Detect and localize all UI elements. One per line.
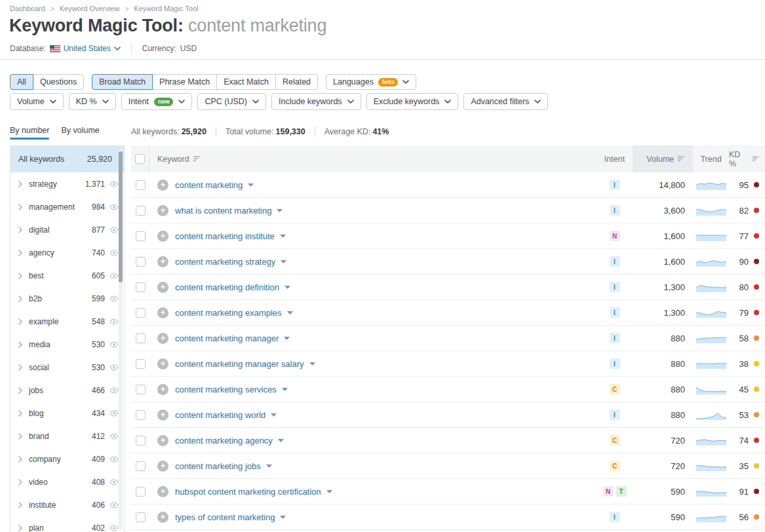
sidebar-group-example[interactable]: example548 — [10, 310, 124, 333]
row-checkbox[interactable] — [136, 333, 146, 343]
match-tab-broad-match[interactable]: Broad Match — [92, 74, 153, 90]
sidebar-group-media[interactable]: media530 — [10, 333, 124, 356]
view-tab-by-number[interactable]: By number — [10, 126, 49, 140]
keyword-dropdown-caret-icon[interactable] — [284, 286, 290, 289]
breadcrumb-item-dashboard[interactable]: Dashboard — [10, 5, 45, 12]
add-keyword-plus-icon[interactable]: + — [157, 180, 168, 191]
filter-volume[interactable]: Volume — [10, 93, 64, 110]
keyword-link[interactable]: content marketing — [175, 180, 243, 190]
volume-column-header[interactable]: Volume — [633, 145, 693, 172]
sidebar-group-company[interactable]: company409 — [10, 447, 124, 470]
keyword-link[interactable]: content marketing manager salary — [175, 359, 304, 369]
add-keyword-plus-icon[interactable]: + — [157, 409, 168, 421]
row-checkbox[interactable] — [136, 308, 146, 318]
eye-icon[interactable] — [109, 250, 119, 256]
kd-column-header[interactable]: KD % — [729, 145, 765, 172]
row-checkbox[interactable] — [136, 257, 146, 267]
row-checkbox[interactable] — [136, 512, 146, 522]
row-checkbox[interactable] — [136, 206, 146, 216]
sidebar-scrollbar-thumb[interactable] — [119, 151, 123, 282]
filter-include-keywords[interactable]: Include keywords — [271, 93, 361, 110]
keyword-dropdown-caret-icon[interactable] — [278, 439, 284, 442]
keyword-dropdown-caret-icon[interactable] — [326, 490, 332, 493]
add-keyword-plus-icon[interactable]: + — [157, 486, 168, 497]
filter-advanced-filters[interactable]: Advanced filters — [463, 93, 548, 110]
row-checkbox[interactable] — [136, 436, 146, 446]
keyword-dropdown-caret-icon[interactable] — [284, 337, 290, 340]
sidebar-scrollbar-track[interactable] — [119, 149, 123, 529]
keyword-link[interactable]: content marketing definition — [175, 282, 279, 292]
eye-icon[interactable] — [109, 273, 119, 279]
row-checkbox[interactable] — [136, 410, 146, 420]
add-keyword-plus-icon[interactable]: + — [157, 231, 168, 242]
add-keyword-plus-icon[interactable]: + — [157, 333, 168, 344]
keyword-dropdown-caret-icon[interactable] — [280, 235, 286, 238]
row-checkbox[interactable] — [136, 461, 146, 471]
sidebar-group-social[interactable]: social530 — [10, 356, 124, 379]
sort-icon[interactable] — [678, 156, 685, 162]
sidebar-group-blog[interactable]: blog434 — [10, 402, 124, 425]
eye-icon[interactable] — [109, 479, 119, 485]
keyword-link[interactable]: what is content marketing — [175, 206, 271, 216]
keyword-link[interactable]: hubspot content marketing certification — [175, 487, 321, 497]
add-keyword-plus-icon[interactable]: + — [157, 282, 168, 293]
keyword-dropdown-caret-icon[interactable] — [281, 260, 286, 263]
sidebar-group-video[interactable]: video408 — [10, 470, 124, 493]
add-keyword-plus-icon[interactable]: + — [157, 358, 168, 370]
eye-icon[interactable] — [109, 387, 119, 394]
keyword-link[interactable]: content marketing world — [175, 410, 265, 420]
add-keyword-plus-icon[interactable]: + — [157, 205, 168, 216]
keyword-dropdown-caret-icon[interactable] — [248, 183, 254, 187]
eye-icon[interactable] — [109, 204, 119, 210]
select-all-checkbox[interactable] — [135, 154, 145, 164]
sort-icon[interactable] — [753, 156, 759, 162]
row-checkbox[interactable] — [136, 282, 146, 292]
sidebar-group-best[interactable]: best605 — [10, 264, 124, 287]
keyword-link[interactable]: content marketing services — [175, 385, 277, 394]
row-checkbox[interactable] — [136, 180, 146, 190]
keyword-link[interactable]: content marketing examples — [175, 308, 282, 318]
keyword-column-header[interactable]: Keyword — [149, 145, 597, 172]
row-checkbox[interactable] — [136, 231, 146, 241]
eye-icon[interactable] — [109, 341, 119, 348]
filter-cpc-usd[interactable]: CPC (USD) — [197, 93, 266, 110]
match-tab-phrase-match[interactable]: Phrase Match — [152, 74, 217, 90]
filter-exclude-keywords[interactable]: Exclude keywords — [366, 93, 459, 110]
match-tab-related[interactable]: Related — [275, 74, 318, 90]
filter-intent[interactable]: Intentnew — [121, 93, 193, 110]
sidebar-group-institute[interactable]: institute406 — [10, 493, 124, 516]
sidebar-group-b2b[interactable]: b2b599 — [10, 287, 124, 310]
eye-icon[interactable] — [109, 364, 119, 371]
keyword-dropdown-caret-icon[interactable] — [266, 465, 272, 468]
keyword-dropdown-caret-icon[interactable] — [271, 413, 277, 417]
intent-column-header[interactable]: Intent — [597, 145, 633, 172]
add-keyword-plus-icon[interactable]: + — [157, 307, 168, 318]
eye-icon[interactable] — [109, 502, 119, 508]
keyword-dropdown-caret-icon[interactable] — [277, 209, 283, 212]
keyword-link[interactable]: content marketing institute — [175, 231, 275, 241]
keyword-link[interactable]: types of content marketing — [175, 512, 275, 522]
eye-icon[interactable] — [109, 525, 119, 531]
row-checkbox[interactable] — [136, 487, 146, 497]
sidebar-group-plan[interactable]: plan402 — [10, 516, 124, 532]
keyword-link[interactable]: content marketing manager — [175, 333, 279, 343]
add-keyword-plus-icon[interactable]: + — [157, 461, 168, 472]
database-selector[interactable]: United States — [50, 44, 121, 53]
keyword-dropdown-caret-icon[interactable] — [280, 516, 286, 519]
breadcrumb-item-keyword-overview[interactable]: Keyword Overview — [60, 5, 120, 12]
add-keyword-plus-icon[interactable]: + — [157, 512, 168, 523]
eye-icon[interactable] — [109, 318, 119, 325]
keyword-dropdown-caret-icon[interactable] — [287, 311, 293, 314]
match-tab-questions[interactable]: Questions — [33, 74, 84, 90]
sidebar-group-digital[interactable]: digital877 — [10, 218, 124, 241]
add-keyword-plus-icon[interactable]: + — [157, 435, 168, 446]
eye-icon[interactable] — [109, 227, 119, 233]
all-keywords-header[interactable]: All keywords 25,920 — [10, 146, 124, 172]
keyword-link[interactable]: content marketing agency — [175, 436, 273, 446]
eye-icon[interactable] — [109, 295, 119, 302]
keyword-dropdown-caret-icon[interactable] — [309, 362, 315, 366]
filter-kd[interactable]: KD % — [69, 93, 116, 110]
sidebar-group-jobs[interactable]: jobs466 — [10, 379, 124, 402]
keyword-link[interactable]: content marketing jobs — [175, 461, 261, 471]
view-tab-by-volume[interactable]: By volume — [61, 126, 99, 140]
